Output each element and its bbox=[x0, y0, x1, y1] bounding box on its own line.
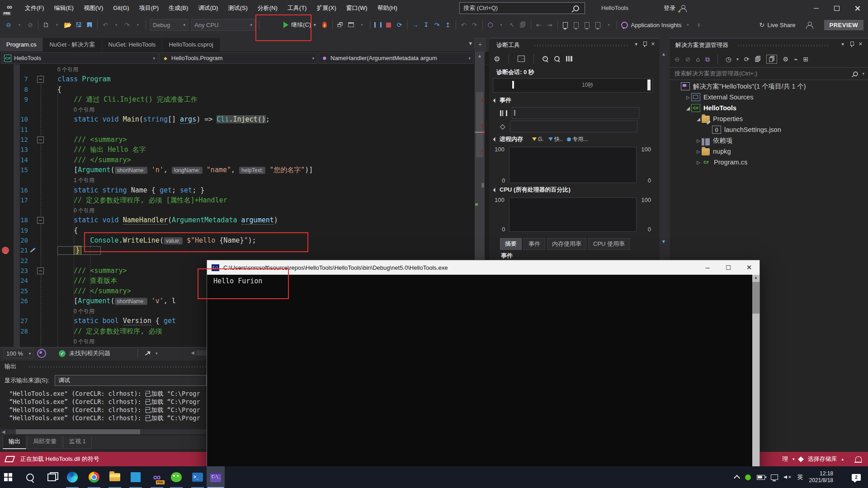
menu-item[interactable]: 工具(T) bbox=[283, 0, 312, 16]
battery-icon[interactable] bbox=[757, 475, 765, 480]
document-tab[interactable]: NuGet: HelloTools bbox=[102, 38, 162, 52]
tree-collapsed-icon[interactable]: ▷ bbox=[695, 149, 702, 154]
filter-dropdown-icon[interactable]: ▾ bbox=[736, 57, 739, 61]
show-next-statement-icon[interactable]: → bbox=[410, 19, 420, 30]
close-panel-icon[interactable]: ✕ bbox=[859, 41, 863, 47]
codelens-references[interactable]: 0 个引用 bbox=[57, 66, 78, 74]
taskbar-visual-studio-button[interactable]: ∞PRE bbox=[148, 466, 166, 488]
undo-icon[interactable]: ↶ bbox=[100, 19, 110, 30]
new-file-icon[interactable]: 🗋 bbox=[41, 19, 51, 30]
volume-muted-icon[interactable]: ✕ bbox=[784, 475, 792, 479]
output-horizontal-scrollbar[interactable]: ◀ bbox=[0, 428, 212, 435]
diagnostics-tab[interactable]: 摘要 bbox=[500, 238, 522, 250]
fold-collapse-icon[interactable]: – bbox=[37, 136, 44, 143]
navigate-back-icon[interactable]: ⊖ bbox=[4, 19, 14, 30]
tree-expanded-icon[interactable]: ◢ bbox=[685, 106, 691, 111]
codelens-references[interactable]: 0 个引用 bbox=[74, 307, 94, 315]
codelens-references[interactable]: 0 个引用 bbox=[74, 106, 94, 114]
menu-item[interactable]: 分析(N) bbox=[253, 0, 283, 16]
window-position-dropdown-icon[interactable]: ▼ bbox=[634, 42, 638, 47]
live-share-label[interactable]: Live Share bbox=[767, 22, 795, 28]
code-cleanup-dropdown-icon[interactable]: ▾ bbox=[156, 351, 158, 356]
step-into-icon[interactable]: ↧ bbox=[421, 19, 431, 30]
menu-item[interactable]: 测试(S) bbox=[223, 0, 252, 16]
live-share-icon[interactable]: ↻ bbox=[757, 19, 767, 30]
application-insights-icon[interactable] bbox=[620, 19, 630, 30]
solution-configuration-dropdown[interactable]: Debug▾ bbox=[150, 19, 189, 31]
diagnostics-scrollbar[interactable]: ▲ ▼ bbox=[660, 51, 668, 245]
tree-collapsed-icon[interactable]: ▷ bbox=[695, 138, 702, 143]
decrease-indent-icon[interactable]: ⇤ bbox=[534, 19, 544, 30]
tree-item[interactable]: ▷依赖项 bbox=[670, 135, 868, 146]
redo-dropdown-icon[interactable]: ▾ bbox=[133, 19, 143, 30]
tree-item[interactable]: ▷C#Program.cs bbox=[670, 157, 868, 168]
menu-item[interactable]: 帮助(H) bbox=[373, 0, 402, 16]
code-cleanup-icon[interactable] bbox=[144, 350, 151, 357]
tree-item[interactable]: ◢C#HelloTools bbox=[670, 103, 868, 113]
search-options-icon[interactable]: ▾ bbox=[859, 71, 868, 76]
taskbar-start-button[interactable] bbox=[0, 466, 17, 488]
fold-collapse-icon[interactable]: – bbox=[37, 267, 44, 274]
scroll-up-icon[interactable]: ▲ bbox=[475, 53, 485, 58]
document-tab[interactable]: Program.cs bbox=[0, 38, 42, 52]
preview-selected-icon[interactable]: ⌁ bbox=[794, 56, 797, 63]
feedback-icon[interactable] bbox=[804, 19, 814, 30]
home-icon[interactable]: ⌂ bbox=[696, 56, 699, 63]
menu-item[interactable]: 扩展(X) bbox=[311, 0, 341, 16]
documents-icon[interactable]: 🗐 bbox=[518, 19, 528, 30]
toggle-bookmark-icon[interactable] bbox=[561, 19, 571, 30]
restart-icon[interactable]: ⟳ bbox=[395, 19, 405, 30]
codelens-references[interactable]: 0 个引用 bbox=[74, 338, 94, 346]
tab-list-dropdown-icon[interactable]: ▼ bbox=[468, 41, 473, 47]
refresh-icon[interactable]: ⟳ bbox=[744, 56, 750, 63]
properties-icon[interactable]: ⚙ bbox=[783, 56, 788, 63]
zoom-level-dropdown[interactable]: 100 %▾ bbox=[4, 348, 33, 358]
find-in-files-icon[interactable]: 🗗 bbox=[335, 19, 345, 30]
scroll-left-icon[interactable]: ◀ bbox=[0, 428, 7, 435]
scroll-left-icon[interactable]: ◀ bbox=[189, 349, 196, 357]
document-tab[interactable]: NuGet - 解决方案 bbox=[43, 38, 101, 52]
chart-view-icon[interactable] bbox=[566, 56, 572, 61]
notifications-bell-icon[interactable] bbox=[855, 456, 862, 462]
collapse-all-icon[interactable]: 🗐 bbox=[755, 56, 761, 63]
tree-expanded-icon[interactable]: ◢ bbox=[695, 117, 702, 122]
tree-item[interactable]: ▷External Sources bbox=[670, 92, 868, 103]
diagnostics-timeline[interactable]: 10秒 bbox=[493, 78, 653, 93]
application-insights-dropdown-icon[interactable]: ▾ bbox=[683, 19, 693, 30]
scroll-up-icon[interactable]: ▲ bbox=[752, 275, 760, 280]
zoom-in-icon[interactable]: + bbox=[542, 56, 548, 61]
navbar-type-dropdown[interactable]: ◆ HelloTools.Program▾ bbox=[159, 52, 317, 64]
tree-item[interactable]: ▷nupkg bbox=[670, 146, 868, 157]
pointer-icon[interactable]: ↖ bbox=[507, 19, 517, 30]
repo-picker[interactable]: 选择存储库 bbox=[807, 455, 837, 463]
pending-changes-filter-icon[interactable]: ◷ bbox=[726, 56, 731, 63]
taskbar-wechat-button[interactable] bbox=[167, 466, 185, 488]
quick-search-box[interactable]: 搜索 (Ctrl+Q) bbox=[459, 2, 585, 14]
save-icon[interactable]: 🖫 bbox=[74, 19, 84, 30]
console-scrollbar[interactable]: ▲ bbox=[752, 275, 760, 476]
window-layout-dropdown-icon[interactable]: ▾ bbox=[357, 19, 367, 30]
fold-collapse-icon[interactable]: – bbox=[37, 217, 44, 224]
codelens-references[interactable]: 0 个引用 bbox=[74, 206, 94, 215]
application-insights-options-icon[interactable]: ⇟ bbox=[694, 19, 704, 30]
taskbar-task-view-button[interactable] bbox=[42, 466, 61, 488]
repo-picker-dropdown-icon[interactable]: ▴ bbox=[841, 457, 844, 461]
menu-item[interactable]: 视图(V) bbox=[79, 0, 108, 16]
diagnostics-tab[interactable]: 内存使用率 bbox=[547, 238, 586, 250]
increase-indent-icon[interactable]: ⇥ bbox=[545, 19, 555, 30]
taskbar-cmd-button[interactable]: C:\_ bbox=[207, 466, 225, 488]
show-all-files-icon[interactable]: 🗍 bbox=[766, 55, 777, 64]
tree-collapsed-icon[interactable]: ▷ bbox=[685, 95, 691, 100]
navigate-forward-icon[interactable]: ⊘ bbox=[25, 19, 35, 30]
diagnostics-icon[interactable]: ⬡ bbox=[486, 19, 495, 30]
cpu-section-header[interactable]: CPU (所有处理器的百分比) bbox=[494, 186, 571, 194]
restore-button[interactable] bbox=[826, 0, 847, 16]
navigate-backward-icon[interactable]: ↶ bbox=[459, 19, 469, 30]
window-position-dropdown-icon[interactable]: ▼ bbox=[841, 42, 845, 47]
output-source-dropdown[interactable]: 调试 bbox=[55, 375, 207, 386]
tray-overflow-icon[interactable] bbox=[734, 474, 740, 481]
new-file-dropdown-icon[interactable]: ▾ bbox=[52, 19, 62, 30]
network-icon[interactable] bbox=[771, 474, 778, 480]
solution-search-box[interactable]: 搜索解决方案资源管理器(Ctrl+;) ▾ bbox=[670, 67, 868, 80]
tree-item[interactable]: ◢Properties bbox=[670, 113, 868, 124]
